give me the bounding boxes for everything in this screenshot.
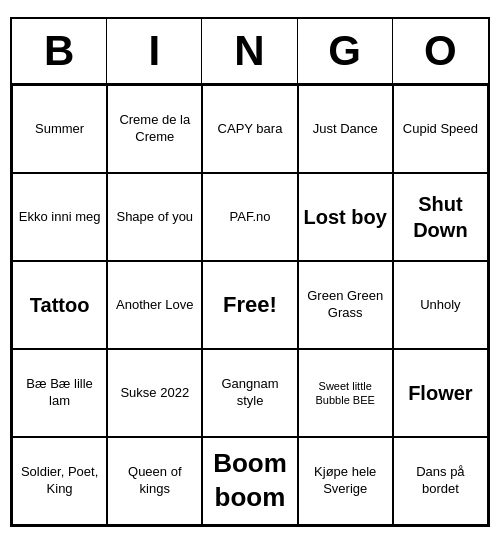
bingo-cell-3: Just Dance (298, 85, 393, 173)
bingo-cell-24: Dans på bordet (393, 437, 488, 525)
bingo-letter-b: B (12, 19, 107, 83)
bingo-cell-8: Lost boy (298, 173, 393, 261)
bingo-cell-18: Sweet little Bubble BEE (298, 349, 393, 437)
bingo-cell-5: Ekko inni meg (12, 173, 107, 261)
bingo-cell-2: CAPY bara (202, 85, 297, 173)
bingo-grid: SummerCreme de la CremeCAPY baraJust Dan… (12, 85, 488, 525)
bingo-cell-12: Free! (202, 261, 297, 349)
bingo-letter-g: G (298, 19, 393, 83)
bingo-cell-11: Another Love (107, 261, 202, 349)
bingo-cell-7: PAF.no (202, 173, 297, 261)
bingo-header: BINGO (12, 19, 488, 85)
bingo-cell-17: Gangnam style (202, 349, 297, 437)
bingo-cell-16: Sukse 2022 (107, 349, 202, 437)
bingo-cell-20: Soldier, Poet, King (12, 437, 107, 525)
bingo-letter-n: N (202, 19, 297, 83)
bingo-letter-o: O (393, 19, 488, 83)
bingo-cell-9: Shut Down (393, 173, 488, 261)
bingo-cell-6: Shape of you (107, 173, 202, 261)
bingo-cell-14: Unholy (393, 261, 488, 349)
bingo-cell-0: Summer (12, 85, 107, 173)
bingo-cell-1: Creme de la Creme (107, 85, 202, 173)
bingo-letter-i: I (107, 19, 202, 83)
bingo-cell-10: Tattoo (12, 261, 107, 349)
bingo-cell-13: Green Green Grass (298, 261, 393, 349)
bingo-cell-15: Bæ Bæ lille lam (12, 349, 107, 437)
bingo-cell-21: Queen of kings (107, 437, 202, 525)
bingo-card: BINGO SummerCreme de la CremeCAPY baraJu… (10, 17, 490, 527)
bingo-cell-22: Boom boom (202, 437, 297, 525)
bingo-cell-23: Kjøpe hele Sverige (298, 437, 393, 525)
bingo-cell-4: Cupid Speed (393, 85, 488, 173)
bingo-cell-19: Flower (393, 349, 488, 437)
